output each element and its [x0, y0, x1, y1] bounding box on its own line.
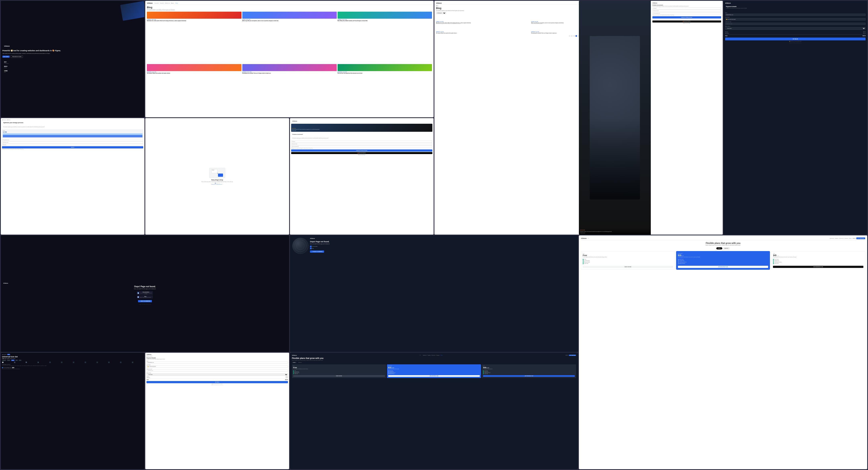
optimize-link[interactable]: Optimize your design process →: [211, 184, 223, 185]
docs-link[interactable]: 📄 Documentation Learn how to integrate o…: [137, 291, 153, 295]
signup-email-field[interactable]: [652, 10, 721, 12]
yearly-toggle[interactable]: YEARLY: [292, 362, 297, 363]
globe-visual: [292, 238, 308, 254]
blog-post-3: COMMUNITY · Aug 11, 2022 Meet Tiffany Ye…: [338, 12, 432, 63]
yearly-button[interactable]: YEARLY: [716, 247, 722, 249]
design-process-card: ◀ Elements ▶ Assets Optimize your design…: [1, 118, 145, 234]
signup-form-terms: Creating an account means you're okay wi…: [652, 15, 721, 15]
design-email-input[interactable]: [2, 142, 143, 144]
pag-3[interactable]: 3: [576, 35, 577, 37]
pricing-dark-card: 123done ☰ Backbone ▾ Templates Resources…: [290, 353, 578, 469]
pricing-light-card: 123done ☰ Backbone ▾ Templates Resources…: [579, 236, 867, 469]
icon-set-badge: NEW: [7, 354, 10, 355]
payment-email-input[interactable]: [725, 14, 866, 16]
globe-docs-link[interactable]: Documentation: [310, 246, 576, 247]
icon-set-label: UNIVERSAL ICON SET: [2, 364, 143, 365]
blog-thumb-1: [147, 12, 241, 19]
pmt-breadcrumb: ◀ Payment Details: [147, 356, 288, 356]
signup-create-button[interactable]: CREATE MY FREE ACCOUNT: [652, 16, 721, 19]
pmt-subtotal: Subtotal$89.05: [147, 376, 288, 377]
docs-icon: 📄: [137, 292, 139, 294]
add-workspace-plan-button[interactable]: ADD WORKSPACE PLAN: [678, 266, 768, 268]
preview-figma-button[interactable]: PREVIEW IN FIGMA: [11, 56, 23, 58]
professional-plan: Professional $15/month For growing teams…: [676, 251, 770, 270]
payment-dark-subtitle: Complete your purchase by providing your…: [726, 8, 865, 9]
free-plan-dark: Free Free For solo designers and freelan…: [292, 364, 386, 378]
pd-signin[interactable]: SIGN IN: [565, 355, 568, 356]
icon-set-card: ◀ Icon Set NEW Universal Icon Set 1896 h…: [1, 353, 145, 469]
design-password-input[interactable]: [2, 144, 143, 146]
apple-button[interactable]: 🍎 SIGN IN WITH APPLE: [652, 21, 721, 23]
pmt-total: Total$82.80: [147, 379, 288, 380]
pd-hamburger[interactable]: ☰: [420, 355, 421, 356]
icon-set-desc: Universal Icon Set is a high-quality ico…: [2, 365, 143, 366]
copyright: Copyright © 2022 123done. All rights res…: [138, 304, 151, 305]
icon-set-tags: 632 tools 5 styles Figma SVG PNG: [2, 360, 143, 361]
design-name-input[interactable]: [2, 139, 143, 141]
testimonial-overlay: ★ ★ ★ ★ ★ This icon set has it all. It's…: [579, 228, 651, 234]
monthly-toggle[interactable]: MONTHLY: [298, 362, 303, 363]
signup-terms: Creating an account means you're okay wi…: [291, 148, 432, 149]
pd-cta[interactable]: GET STARTED ▶: [569, 355, 576, 356]
pag-prev[interactable]: ←: [569, 35, 570, 37]
not-found-dark-card: 123done Oops! Page not found. Sorry, we …: [1, 236, 289, 352]
total-row: Total$62.80: [725, 34, 866, 36]
hero-card: 123done Powerful 🧭 tool for creating web…: [1, 1, 145, 117]
team-workspace-plan-button[interactable]: ADD WORKSPACE PLAN: [773, 266, 863, 268]
team-plan-dark: Team $49/month For enterprises and growi…: [482, 364, 576, 378]
card-number: 1234 5678 9123 4567: [728, 19, 736, 20]
monthly-button[interactable]: MONTHLY: [723, 247, 730, 249]
pmt-email-input[interactable]: [147, 362, 288, 364]
signup-password-input[interactable]: [291, 146, 432, 148]
globe-blog-link[interactable]: Blog: [310, 248, 576, 249]
blog-link[interactable]: 📝 Blog Read our blog and get some articl…: [137, 295, 153, 299]
signup-name-input[interactable]: [291, 140, 432, 143]
cardholder-input[interactable]: [725, 23, 866, 25]
pay-button[interactable]: PAY $62.80: [725, 37, 866, 40]
payment-dark-logo: 123done: [725, 2, 866, 4]
signup-photo-side: ★ ★ ★ ★ ★ This icon set has it all. It's…: [579, 1, 651, 234]
pag-1[interactable]: 1: [571, 35, 572, 37]
team-workspace-button-dark[interactable]: ADD WORKSPACE PLAN: [483, 375, 575, 377]
pmt-sub: Complete your purchase by providing your…: [147, 359, 288, 359]
pricing-nav-links: Backbone ▾ Templates Resources ▾ Enterpr…: [830, 238, 851, 239]
globe-subtitle: Sorry, we couldn't find the page you're …: [310, 244, 576, 245]
pricing-hamburger[interactable]: ☰: [588, 238, 589, 239]
back-to-home-button[interactable]: ← BACK TO HOMEPAGE: [138, 300, 152, 302]
license-row: Commercial (Single-use): [2, 367, 11, 368]
design-terms: Creating an account means you're okay wi…: [2, 149, 143, 150]
blog-title: Blog: [147, 6, 432, 9]
pricing-cta[interactable]: GET STARTED ▶: [856, 238, 865, 239]
buy-now-button[interactable]: BUY NOW: [2, 56, 10, 58]
create-account-button[interactable]: CREATE MY FREE ACCOUNT: [291, 150, 432, 152]
signup-image-banner: ★★★★★ This icon set has it all. It's bee…: [291, 124, 432, 132]
pricing-sign-in[interactable]: SIGN IN: [852, 238, 856, 239]
start-free-button[interactable]: START FOR FREE: [583, 266, 673, 268]
design-signup-button[interactable]: SIGN UP: [2, 146, 143, 149]
blog-thumb-4: [147, 64, 241, 71]
not-found-title: Oops! Page not found.: [134, 285, 156, 288]
workspace-plan-button-dark[interactable]: ADD WORKSPACE PLAN: [388, 375, 480, 377]
pmt-title: Payment Details: [147, 357, 288, 358]
pmt-card-label: Card Details: [147, 365, 150, 365]
blog-thumb-5: [242, 64, 337, 71]
icon-set-count: 1896 high-quality vector icons: [2, 358, 143, 359]
pag-2[interactable]: 2: [573, 35, 575, 37]
go-back-homepage-button[interactable]: ← GO BACK TO HOMEPAGE: [310, 250, 324, 253]
pmt-pay-button[interactable]: PAY $82.30: [147, 381, 288, 383]
drag-drop-card: Element ↖ Easy drag & drop Pick an eleme…: [145, 118, 289, 234]
category-select[interactable]: All categories: [436, 12, 446, 14]
country-select[interactable]: United States: [725, 27, 866, 30]
hero-device-mockup: [120, 1, 145, 21]
signup-email-input[interactable]: [291, 143, 432, 145]
signup-fullname-input[interactable]: [652, 7, 721, 9]
pmt-name-input[interactable]: [147, 370, 288, 372]
blog-dark-post-4: THE BIGGEST DESIGN TRENDS INSPIRATION · …: [436, 25, 530, 34]
apple-signin-button[interactable]: 🍎 SIGN IN WITH APPLE: [291, 152, 432, 154]
signup-pass-field[interactable]: [652, 12, 721, 14]
signup-form-title: Create an account: [652, 4, 721, 6]
commercial-radio[interactable]: [2, 367, 3, 368]
pmt-country-select[interactable]: United States: [147, 373, 288, 376]
start-free-button-dark[interactable]: START FOR FREE: [293, 375, 385, 377]
pmt-vat: VAT (20%)$12.40: [147, 377, 288, 378]
